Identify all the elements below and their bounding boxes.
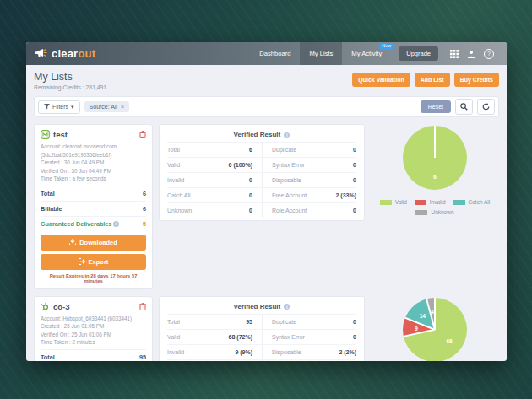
pie-slice-value: 68	[447, 338, 453, 344]
result-row-free-account: Free Account1 (1%)	[262, 359, 356, 362]
hubspot-source-icon	[41, 302, 50, 311]
filter-bar: Filters ▾ Source: All × Reset	[34, 96, 499, 117]
main-nav: DashboardMy ListsMy ActivityNew	[250, 42, 391, 65]
search-button[interactable]	[455, 99, 473, 115]
legend-swatch	[380, 200, 392, 205]
result-row-catch-all: Catch All14 (15%)	[167, 359, 262, 362]
chip-close-icon[interactable]: ×	[121, 104, 124, 110]
page-actions: Quick ValidationAdd ListBuy Credits	[352, 71, 499, 87]
list-detail-line: Time Taken : a few seconds	[41, 175, 146, 183]
list-stats: Total95Billable91Guaranteed Deliverables…	[41, 349, 146, 362]
info-icon[interactable]: i	[113, 221, 119, 227]
clearout-logo[interactable]: clearout	[35, 47, 95, 60]
result-row-syntax-error: Syntax Error0	[262, 157, 356, 172]
app-header: clearout DashboardMy ListsMy ActivityNew…	[26, 42, 507, 65]
pie-slice-separator	[404, 329, 435, 337]
megaphone-icon	[35, 48, 48, 59]
result-pie-section: 689144 ValidInvalidCatch All	[371, 296, 499, 362]
nav-item-my-activity[interactable]: My ActivityNew	[342, 42, 391, 65]
pie-legend: ValidInvalidCatch AllUnknown	[371, 199, 499, 215]
nav-item-my-lists[interactable]: My Lists	[300, 42, 342, 65]
refresh-icon	[482, 103, 490, 111]
list-detail-line: Verified On : 25 Jun 01:06 PM	[41, 331, 146, 339]
export-button[interactable]: Export	[41, 254, 146, 270]
buy-credits-button[interactable]: Buy Credits	[454, 73, 499, 87]
add-list-button[interactable]: Add List	[415, 73, 450, 87]
verified-result-title: Verified Result i	[167, 299, 356, 314]
pie-slice-separator	[434, 126, 436, 158]
desktop-background: clearout DashboardMy ListsMy ActivityNew…	[0, 0, 532, 399]
pie-slice-value: 14	[420, 313, 426, 319]
downloaded-button[interactable]: Downloaded	[41, 235, 146, 251]
verified-result-title: Verified Result i	[167, 127, 356, 142]
filters-dropdown[interactable]: Filters ▾	[38, 100, 80, 114]
funnel-icon	[44, 104, 50, 110]
pie-slice-separator	[434, 298, 436, 330]
pie-slice-value: 6	[433, 174, 437, 180]
list-buttons: DownloadedExport	[41, 235, 146, 270]
remaining-credits: Remaining Credits : 281,491	[34, 84, 106, 90]
filter-chip-source: Source: All ×	[84, 101, 130, 112]
info-icon[interactable]: i	[284, 304, 290, 310]
page-title: My Lists	[34, 71, 106, 83]
verified-result-card: Verified Result i Total6Valid6 (100%)Inv…	[159, 124, 365, 221]
user-account-icon[interactable]	[467, 50, 475, 58]
result-pie-chart: 689144	[403, 298, 467, 362]
list-details: Account: clearout.moosend.com(5dc2bab501…	[41, 143, 146, 183]
delete-list-icon[interactable]	[139, 131, 146, 138]
list-info-card: co-3 Account: Hubspot_6033441 (6033441)C…	[34, 296, 153, 362]
result-row-invalid: Invalid9 (9%)	[167, 344, 262, 359]
list-detail-line: Account: Hubspot_6033441 (6033441)	[41, 315, 146, 323]
legend-swatch	[415, 210, 427, 215]
stat-row-total: Total6	[41, 186, 146, 201]
list-detail-line: (5dc2bab501e9190356feeb1f)	[41, 151, 146, 159]
list-detail-line: Created : 30 Jun 04:49 PM	[41, 159, 146, 167]
pie-slice-value: 4	[431, 308, 434, 314]
help-icon[interactable]: ?	[484, 49, 494, 59]
list-row: co-3 Account: Hubspot_6033441 (6033441)C…	[34, 296, 499, 362]
result-row-free-account: Free Account2 (33%)	[262, 187, 356, 202]
stat-row-billable: Billable6	[41, 201, 146, 216]
verified-result-grid: Total6Valid6 (100%)Invalid0Catch All0Unk…	[167, 142, 356, 218]
list-details: Account: Hubspot_6033441 (6033441)Create…	[41, 315, 146, 347]
list-card-head: test	[41, 130, 146, 139]
result-expiry-note: Result Expires in 28 days 17 hours 57 mi…	[41, 273, 146, 283]
result-row-invalid: Invalid0	[167, 172, 262, 187]
list-name: test	[53, 130, 68, 139]
apps-grid-icon[interactable]	[450, 50, 459, 58]
result-row-role-account: Role Account0	[262, 202, 356, 218]
result-row-valid: Valid68 (72%)	[167, 329, 262, 344]
pie-slice-value: 9	[415, 325, 418, 331]
help-question-glyph: ?	[484, 49, 494, 59]
result-row-disposable: Disposable2 (2%)	[262, 344, 356, 359]
result-row-duplicate: Duplicate0	[262, 314, 356, 329]
result-pie-chart: 6	[403, 126, 467, 190]
result-row-valid: Valid6 (100%)	[167, 157, 262, 172]
caret-down-icon: ▾	[71, 104, 74, 111]
legend-item-invalid: Invalid	[415, 199, 446, 205]
list-detail-line: Time Taken : 2 minutes	[41, 338, 146, 347]
result-pie-section: 6 ValidInvalidCatch AllUnknown	[371, 124, 499, 215]
search-icon	[460, 103, 468, 111]
result-row-catch-all: Catch All0	[167, 187, 262, 202]
new-badge: New	[379, 43, 394, 50]
lists-container: test Account: clearout.moosend.com(5dc2b…	[34, 124, 499, 361]
legend-item-valid: Valid	[380, 199, 407, 205]
list-info-card: test Account: clearout.moosend.com(5dc2b…	[34, 124, 153, 289]
refresh-button[interactable]	[477, 99, 495, 115]
reset-filters-button[interactable]: Reset	[421, 100, 451, 113]
nav-item-dashboard[interactable]: Dashboard	[250, 42, 300, 65]
stat-row-total: Total95	[41, 349, 146, 362]
quick-validation-button[interactable]: Quick Validation	[352, 73, 410, 87]
result-row-duplicate: Duplicate0	[262, 142, 356, 157]
list-card-head: co-3	[41, 302, 146, 311]
info-icon[interactable]: i	[284, 132, 290, 138]
download-icon	[69, 239, 76, 245]
logo-text-primary: clear	[52, 47, 78, 60]
delete-list-icon[interactable]	[139, 303, 146, 310]
legend-swatch	[415, 200, 426, 205]
legend-item-catch-all: Catch All	[453, 199, 491, 205]
verified-result-grid: Total95Valid68 (72%)Invalid9 (9%)Catch A…	[167, 314, 356, 362]
upgrade-button[interactable]: Upgrade	[399, 46, 438, 61]
clearout-app-window: clearout DashboardMy ListsMy ActivityNew…	[26, 42, 507, 361]
